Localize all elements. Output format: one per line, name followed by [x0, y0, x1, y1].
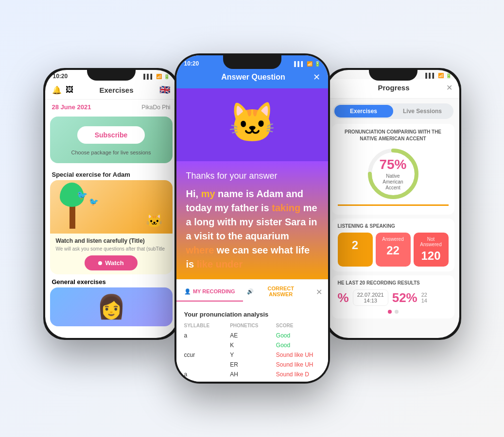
right-status-icons: ▌▌▌ 📶 🔋	[425, 73, 451, 78]
phonetic-2: K	[230, 342, 274, 349]
score-4: Sound like UH	[276, 361, 320, 368]
recording-title: HE LAST 20 RECORDING RESULTS	[338, 280, 449, 286]
stat-number-1: 2	[343, 238, 368, 252]
circle-container: 75% Native AmericanAccent	[338, 147, 449, 201]
result-date-box: 22.07.202114:13	[353, 289, 388, 306]
tab-close-button[interactable]: ✕	[310, 282, 328, 303]
stat-card-answered: Answered 22	[376, 233, 411, 267]
center-screen: 10:20 ▌▌▌ 📶 🔋 Answer Question ✕ 🐱	[176, 55, 328, 382]
pronunciation-section: Your pronunciation analysis SYLLABLE PHO…	[176, 304, 328, 382]
exercises-tab[interactable]: Exercises	[334, 105, 393, 118]
score-5: Sound like D	[276, 371, 320, 378]
right-signal-icon: ▌▌▌	[425, 73, 435, 78]
image-icon[interactable]: 🖼	[66, 85, 73, 95]
date-text: 28 June 2021	[52, 103, 91, 111]
pron-row-1: a AE Good	[184, 332, 320, 339]
cat-emoji-icon: 🐱	[228, 100, 277, 146]
phone-center-inner: 10:20 ▌▌▌ 📶 🔋 Answer Question ✕ 🐱	[176, 55, 328, 382]
percent-label: Native AmericanAccent	[379, 173, 406, 191]
exercise-image: 🐦 🐦 🐱	[50, 180, 173, 234]
center-header: Answer Question ✕	[176, 68, 328, 88]
bird1-icon: 🐦	[77, 190, 87, 201]
yellow-divider	[338, 204, 449, 206]
subscribe-banner: Subscribe Choose package for live sessio…	[50, 117, 173, 163]
phone-left: 10:20 ▌▌▌ 📶 🔋 🔔 🖼 Exercises 🇬🇧	[43, 68, 179, 340]
right-battery-icon: 🔋	[446, 73, 452, 78]
person-icon: 👩	[97, 293, 126, 320]
watch-dot-icon	[98, 261, 102, 265]
tree-trunk	[70, 204, 75, 229]
special-exercise-title: Special exercise for Adam	[45, 167, 177, 180]
stat-label-answered: Answered	[381, 236, 406, 242]
right-screen: ▌▌▌ 📶 🔋 Progress ✕ Exercises Live Sessio…	[327, 70, 459, 338]
progress-circle: 75% Native AmericanAccent	[366, 147, 420, 201]
syllable-5: a	[184, 371, 228, 378]
my-recording-label: MY RECORDING	[193, 288, 235, 294]
left-notch	[87, 70, 136, 81]
stat-label-not-answered: Not Answered	[418, 236, 444, 247]
correct-answer-tab[interactable]: 🔊 CORRECT ANSWER	[243, 280, 310, 304]
stat-number-not-answered: 120	[418, 249, 444, 263]
volume-icon: 🔊	[247, 288, 254, 295]
score-1: Good	[276, 332, 320, 339]
right-header: Progress ✕	[327, 79, 459, 99]
battery-icon: 🔋	[164, 74, 170, 79]
score-2: Good	[276, 342, 320, 349]
left-header-icons[interactable]: 🔔 🖼	[52, 85, 73, 95]
left-header: 🔔 🖼 Exercises 🇬🇧	[45, 81, 177, 100]
watch-button[interactable]: Watch	[85, 255, 138, 270]
left-date-row: 28 June 2021 PikaDo Phi	[45, 100, 177, 113]
dot-1	[388, 310, 392, 314]
exercise-title: Watch and listen carefully (Title)	[56, 237, 167, 244]
phone-right-inner: ▌▌▌ 📶 🔋 Progress ✕ Exercises Live Sessio…	[327, 70, 459, 338]
progress-tabs: Exercises Live Sessions	[333, 103, 453, 119]
dots-row	[338, 310, 449, 314]
listening-section: LISTENING & SPEAKING 2 Answered 22 Not A…	[332, 218, 454, 271]
phonetic-1: AE	[230, 332, 274, 339]
recording-results: HE LAST 20 RECORDING RESULTS % 22.07.202…	[332, 275, 454, 319]
dot-2	[395, 310, 399, 314]
highlight-my: my	[201, 188, 215, 199]
bell-icon[interactable]: 🔔	[52, 85, 62, 95]
syllable-1: a	[184, 332, 228, 339]
stats-row: 2 Answered 22 Not Answered 120	[338, 233, 449, 267]
my-recording-tab[interactable]: 👤 MY RECORDING	[176, 283, 243, 302]
live-sessions-tab[interactable]: Live Sessions	[393, 105, 452, 118]
stat-card-orange: 2	[338, 233, 373, 267]
phone-center: 10:20 ▌▌▌ 📶 🔋 Answer Question ✕ 🐱	[174, 53, 330, 384]
right-close-button[interactable]: ✕	[446, 83, 452, 92]
pron-row-4: ER Sound like UH	[184, 361, 320, 368]
highlight-where: where	[186, 245, 214, 255]
subscribe-button[interactable]: Subscribe	[77, 126, 145, 144]
pronunciation-right: PRONUNCIATION COMPARING WITH THE NATIVE …	[332, 124, 454, 215]
phonetic-4: ER	[230, 361, 274, 368]
correct-answer-label: CORRECT ANSWER	[256, 286, 306, 297]
pron-row-2: K Good	[184, 342, 320, 349]
cat-small-icon: 🐱	[146, 213, 163, 229]
phone-right: ▌▌▌ 📶 🔋 Progress ✕ Exercises Live Sessio…	[325, 68, 461, 340]
wifi-icon: 📶	[156, 74, 162, 79]
center-battery-icon: 🔋	[314, 61, 320, 67]
right-notch	[369, 70, 417, 81]
flag-icon[interactable]: 🇬🇧	[159, 84, 170, 95]
center-signal-icon: ▌▌▌	[294, 61, 304, 67]
center-status-icons: ▌▌▌ 📶 🔋	[294, 61, 320, 67]
highlight-like-under: like under	[197, 259, 243, 269]
center-close-button[interactable]: ✕	[313, 72, 320, 83]
left-header-title: Exercises	[99, 86, 133, 94]
pron-table-header: SYLLABLE PHONETICS SCORE	[184, 323, 320, 328]
user-text: PikaDo Phi	[141, 104, 170, 111]
exercise-card: 🐦 🐦 🐱 Watch and listen carefully (Title)…	[50, 180, 173, 274]
percent-number: 75%	[379, 157, 406, 172]
result-row: % 22.07.202114:13 52% 2214	[338, 289, 449, 306]
tree-scene: 🐦 🐦 🐱	[50, 180, 173, 234]
signal-icon: ▌▌▌	[143, 74, 154, 79]
listening-title: LISTENING & SPEAKING	[338, 223, 449, 229]
col-score: SCORE	[276, 323, 320, 328]
center-wifi-icon: 📶	[307, 61, 313, 67]
result-percent-1: %	[338, 290, 349, 305]
stat-card-not-answered: Not Answered 120	[414, 233, 449, 267]
watch-label: Watch	[105, 259, 124, 267]
phonetic-3: Y	[230, 352, 274, 358]
highlight-taking: taking	[272, 202, 300, 213]
